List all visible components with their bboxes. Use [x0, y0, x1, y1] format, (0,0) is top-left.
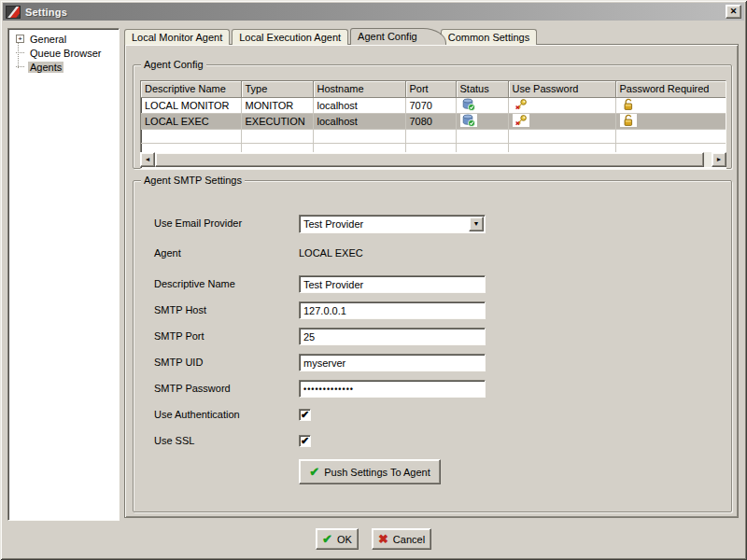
cancel-button[interactable]: ✖ Cancel: [372, 528, 431, 550]
check-icon: ✔: [322, 534, 332, 545]
smtp-port-field[interactable]: [299, 328, 486, 345]
close-icon: ✕: [730, 7, 738, 16]
column-header[interactable]: Status: [456, 81, 508, 97]
column-header[interactable]: Use Password: [508, 81, 615, 97]
tab-local-monitor-agent[interactable]: Local Monitor Agent: [124, 29, 230, 45]
dropdown-button[interactable]: ▼: [469, 217, 484, 231]
column-header[interactable]: Descriptive Name: [141, 81, 241, 97]
smtp-password-field[interactable]: [299, 380, 486, 398]
use-ssl-label: Use SSL: [154, 435, 194, 446]
smtp-port-label: SMTP Port: [154, 330, 204, 342]
smtp-uid-label: SMTP UID: [154, 357, 203, 368]
email-provider-select[interactable]: Test Provider ▼: [299, 215, 486, 233]
scrollbar-thumb[interactable]: [155, 152, 704, 167]
cell-use-password[interactable]: [508, 97, 615, 113]
agent-config-group: Agent Config Descriptive Name Type Hostn…: [133, 64, 732, 169]
titlebar[interactable]: Settings ✕: [3, 3, 744, 21]
close-button[interactable]: ✕: [726, 5, 741, 19]
tree-item-label[interactable]: Queue Browser: [28, 48, 103, 59]
tree-item-agents[interactable]: Agents: [10, 60, 117, 74]
database-check-icon: [460, 114, 477, 127]
expand-icon[interactable]: +: [16, 35, 24, 43]
app-icon: [6, 6, 21, 19]
group-title: Agent Config: [141, 58, 206, 71]
push-settings-button[interactable]: ✔ Push Settings To Agent: [299, 459, 441, 484]
use-email-provider-label: Use Email Provider: [154, 217, 242, 229]
descriptive-name-label: Descriptive Name: [154, 278, 235, 289]
cell-descriptive-name[interactable]: LOCAL EXEC: [141, 113, 241, 129]
tree-item-label-selected[interactable]: Agents: [28, 62, 63, 73]
check-icon: ✔: [300, 436, 310, 446]
cell-status[interactable]: [456, 97, 508, 113]
ok-label: OK: [337, 534, 352, 545]
agent-label: Agent: [154, 247, 181, 259]
scroll-left-button[interactable]: ◄: [140, 152, 155, 167]
check-icon: ✔: [309, 467, 319, 478]
horizontal-scrollbar[interactable]: ◄ ►: [140, 152, 726, 167]
tab-common-settings[interactable]: Common Settings: [441, 29, 537, 45]
group-title: Agent SMTP Settings: [141, 174, 245, 187]
cancel-label: Cancel: [393, 534, 425, 545]
cell-descriptive-name[interactable]: LOCAL MONITOR: [141, 97, 241, 113]
cell-use-password[interactable]: [508, 113, 615, 129]
cell-port[interactable]: 7070: [405, 97, 456, 113]
database-check-icon: [460, 98, 477, 111]
agent-config-panel: Agent Config Descriptive Name Type Hostn…: [124, 44, 739, 518]
column-header[interactable]: Hostname: [313, 81, 405, 97]
column-header[interactable]: Port: [405, 81, 456, 97]
cell-status[interactable]: [456, 113, 508, 129]
column-header[interactable]: Type: [241, 81, 313, 97]
selected-provider: Test Provider: [300, 218, 469, 230]
use-ssl-checkbox[interactable]: ✔: [299, 435, 311, 447]
key-disabled-icon: [513, 98, 529, 111]
empty-table-row: [141, 129, 726, 143]
agent-smtp-settings-group: Agent SMTP Settings Use Email Provider T…: [133, 180, 732, 512]
cell-hostname[interactable]: localhost: [313, 97, 405, 113]
key-disabled-icon: [513, 114, 529, 127]
tree-item-label[interactable]: General: [28, 34, 68, 45]
tab-local-execution-agent[interactable]: Local Execution Agent: [232, 29, 348, 45]
padlock-open-icon: [620, 98, 637, 111]
descriptive-name-field[interactable]: [299, 275, 486, 293]
smtp-host-label: SMTP Host: [154, 304, 206, 315]
check-icon: ✔: [300, 410, 310, 420]
table-header-row: Descriptive Name Type Hostname Port Stat…: [141, 81, 726, 97]
settings-window: Settings ✕ + General Queue Browser Agent…: [0, 0, 747, 560]
padlock-open-icon: [620, 114, 637, 127]
tab-agent-config[interactable]: Agent Config: [350, 28, 424, 45]
tree-connector: [16, 52, 24, 53]
column-header[interactable]: Password Required: [615, 81, 726, 97]
cell-type[interactable]: EXECUTION: [241, 113, 313, 129]
footer-bar: ✔ OK ✖ Cancel: [0, 523, 747, 554]
settings-tree: + General Queue Browser Agents: [7, 28, 120, 521]
table-row[interactable]: LOCAL MONITOR MONITOR localhost 7070: [141, 97, 726, 113]
cell-password-required[interactable]: [615, 97, 726, 113]
table-row-selected[interactable]: LOCAL EXEC EXECUTION localhost 7080: [141, 113, 726, 129]
push-settings-label: Push Settings To Agent: [324, 467, 430, 478]
ok-button[interactable]: ✔ OK: [316, 528, 359, 550]
cell-password-required[interactable]: [615, 113, 726, 129]
chevron-down-icon: ▼: [473, 220, 480, 227]
tree-item-general[interactable]: + General: [10, 32, 117, 46]
cross-icon: ✖: [378, 534, 388, 545]
scroll-right-button[interactable]: ►: [712, 152, 726, 167]
agent-value: LOCAL EXEC: [299, 245, 363, 259]
tree-connector: [16, 66, 24, 67]
smtp-uid-field[interactable]: [299, 354, 486, 371]
smtp-host-field[interactable]: [299, 301, 486, 319]
cell-port[interactable]: 7080: [405, 113, 456, 129]
tab-bar: Local Monitor Agent Local Execution Agen…: [124, 28, 539, 45]
cell-type[interactable]: MONITOR: [241, 97, 313, 113]
scroll-right-icon: ►: [716, 156, 723, 162]
scroll-left-icon: ◄: [145, 156, 151, 162]
smtp-password-label: SMTP Password: [154, 383, 231, 394]
use-authentication-checkbox[interactable]: ✔: [299, 409, 311, 421]
tree-item-queue-browser[interactable]: Queue Browser: [10, 46, 117, 60]
use-authentication-label: Use Authentication: [154, 409, 240, 420]
window-title: Settings: [25, 7, 67, 18]
cell-hostname[interactable]: localhost: [313, 113, 405, 129]
